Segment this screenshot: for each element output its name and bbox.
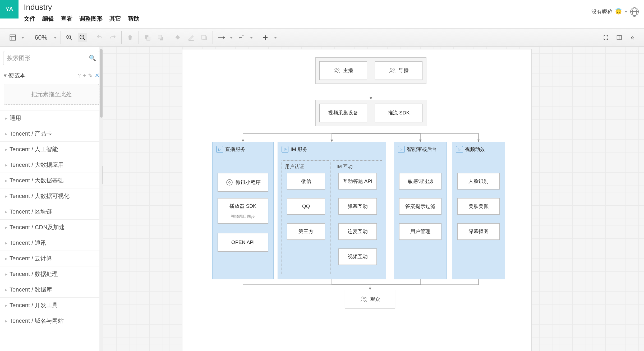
node-wechat[interactable]: 微信 [287,173,325,190]
node-lianmai[interactable]: 连麦互动 [338,223,377,240]
undo-button[interactable] [95,33,104,42]
category-item[interactable]: Tencent / 大数据应用 [0,157,103,173]
edit-icon[interactable]: ✎ [88,72,93,79]
zoom-in-button[interactable] [65,33,74,42]
node-qq[interactable]: QQ [287,198,325,215]
svg-point-25 [227,179,232,185]
node-beauty[interactable]: 美肤美颜 [457,198,500,215]
svg-rect-0 [10,35,16,40]
toolbar: 60% [0,28,644,47]
category-item[interactable]: Tencent / 人工智能 [0,141,103,157]
people-icon [333,67,341,75]
close-icon[interactable]: ✕ [95,72,99,79]
user-area: 没有昵称 😇 [591,7,639,16]
svg-line-4 [70,38,72,40]
node-user-mgmt[interactable]: 用户管理 [399,223,441,240]
menu-extras[interactable]: 其它 [109,15,121,23]
diagram-page[interactable]: 主播 导播 视频采集设备 推流 SDK ▷直播服务 微讯小程序 播放器 SDK … [182,49,531,351]
node-open-api[interactable]: OPEN API [218,233,268,252]
category-item[interactable]: Tencent / 大数据可视化 [0,188,103,204]
waypoint-button[interactable] [237,33,246,42]
category-item[interactable]: 通用 [0,110,103,126]
search-icon[interactable]: 🔍 [89,55,96,62]
user-emoji-icon: 😇 [615,8,622,15]
category-item[interactable]: Tencent / CDN及加速 [0,219,103,235]
sidebar: 🔍 ▾ 便笺本 ? + ✎ ✕ 把元素拖至此处 通用 Tencent / 产品卡… [0,47,103,351]
node-miniprogram[interactable]: 微讯小程序 [218,173,268,192]
caret-down-icon: ▾ [4,72,7,79]
svg-rect-19 [617,35,622,40]
node-answer-filter[interactable]: 答案提示过滤 [399,198,441,215]
svg-point-27 [365,297,366,299]
node-director[interactable]: 导播 [375,61,422,80]
header-content: Industry 文件 编辑 查看 调整图形 其它 帮助 [19,0,644,23]
line-color-button[interactable] [186,33,196,42]
node-push-sdk[interactable]: 推流 SDK [375,104,422,122]
menu-file[interactable]: 文件 [24,15,35,23]
connection-dropdown-icon[interactable] [230,37,233,39]
node-audience[interactable]: 观众 [345,290,395,308]
language-icon[interactable] [630,7,639,16]
user-nickname[interactable]: 没有昵称 [591,8,613,15]
category-item[interactable]: Tencent / 云计算 [0,251,103,266]
insert-dropdown-icon[interactable] [274,37,277,39]
scratchpad-dropzone[interactable]: 把元素拖至此处 [4,84,99,105]
svg-point-24 [393,69,395,70]
node-danmu[interactable]: 弹幕互动 [338,198,377,215]
category-item[interactable]: Tencent / 产品卡 [0,126,103,141]
node-qa-api[interactable]: 互动答题 API [338,173,377,190]
node-face-detect[interactable]: 人脸识别 [457,173,500,190]
redo-button[interactable] [108,33,118,42]
zoom-level[interactable]: 60% [32,34,50,41]
menu-bar: 文件 编辑 查看 调整图形 其它 帮助 [24,15,644,23]
svg-rect-15 [202,35,206,39]
avatar[interactable]: YA [0,0,19,19]
node-video-interact[interactable]: 视频互动 [338,248,377,265]
people-icon [389,67,397,75]
audit-icon: ▷ [398,146,405,153]
menu-edit[interactable]: 编辑 [42,15,54,23]
delete-button[interactable] [125,33,135,42]
document-title[interactable]: Industry [24,3,644,12]
sidebar-scrollbar[interactable] [99,47,103,351]
to-back-button[interactable] [156,33,165,42]
view-dropdown-icon[interactable] [21,37,24,39]
svg-rect-11 [147,37,150,40]
svg-rect-13 [158,35,162,39]
category-item[interactable]: Tencent / 数据库 [0,282,103,297]
shadow-button[interactable] [199,33,209,42]
zoom-out-button[interactable] [78,33,87,42]
connection-button[interactable] [217,33,226,42]
category-item[interactable]: Tencent / 域名与网站 [0,313,103,329]
menu-arrange[interactable]: 调整图形 [79,15,103,23]
menu-help[interactable]: 帮助 [128,15,140,23]
node-thirdparty[interactable]: 第三方 [287,223,325,240]
zoom-dropdown-icon[interactable] [54,37,57,39]
collapse-button[interactable] [628,33,637,42]
node-sensitive-filter[interactable]: 敏感词过滤 [399,173,441,190]
insert-button[interactable] [261,33,270,42]
fullscreen-button[interactable] [601,33,611,42]
user-dropdown-icon[interactable] [624,11,628,13]
waypoint-dropdown-icon[interactable] [250,37,253,39]
to-front-button[interactable] [142,33,152,42]
fill-color-button[interactable] [173,33,182,42]
category-item[interactable]: Tencent / 大数据基础 [0,173,103,188]
view-panels-button[interactable] [8,33,17,42]
node-anchor[interactable]: 主播 [319,61,367,80]
canvas-area[interactable]: 主播 导播 视频采集设备 推流 SDK ▷直播服务 微讯小程序 播放器 SDK … [103,47,644,351]
category-item[interactable]: Tencent / 数据处理 [0,266,103,282]
node-greenscreen[interactable]: 绿幕抠图 [457,223,500,240]
category-item[interactable]: Tencent / 通讯 [0,235,103,251]
scratchpad-header[interactable]: ▾ 便笺本 ? + ✎ ✕ [0,70,103,82]
format-panel-button[interactable] [614,33,624,42]
node-player-sdk[interactable]: 播放器 SDK 视频题目同步 [218,198,268,224]
node-capture-device[interactable]: 视频采集设备 [319,104,367,122]
category-item[interactable]: Tencent / 开发工具 [0,297,103,313]
add-icon[interactable]: + [83,73,86,79]
im-icon: ◎ [282,146,288,153]
search-input[interactable] [7,55,89,62]
help-icon[interactable]: ? [78,73,81,79]
category-item[interactable]: Tencent / 区块链 [0,204,103,219]
menu-view[interactable]: 查看 [61,15,72,23]
